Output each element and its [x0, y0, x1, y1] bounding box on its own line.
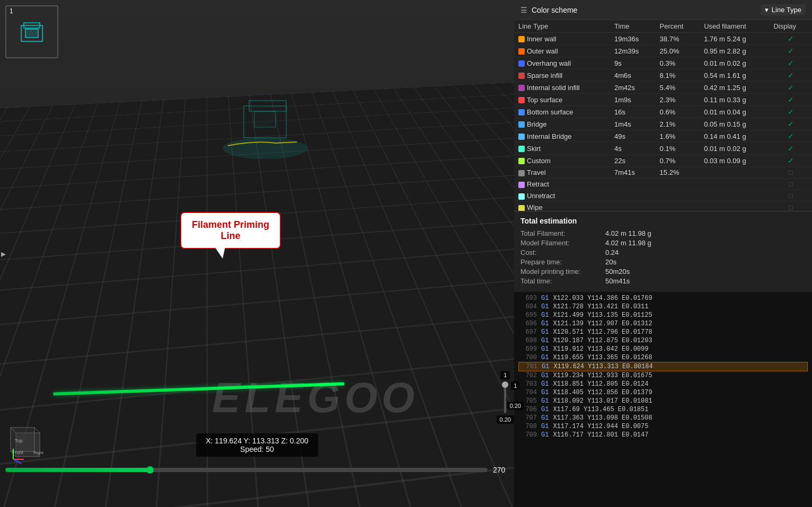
gcode-line: 697G1X120.571 Y112.796 E0.01778	[518, 328, 808, 336]
line-type-display-checkbox[interactable]: ✓	[769, 69, 812, 82]
gcode-coordinates: X121.728 Y113.421 E0.0311	[553, 303, 648, 310]
gcode-command: G1	[541, 406, 549, 413]
uncheck-icon: □	[789, 192, 793, 200]
table-row[interactable]: Internal Bridge49s1.6%0.14 m 0.41 g✓	[514, 130, 812, 143]
line-type-percent: 0.6%	[656, 106, 700, 118]
line-type-percent	[656, 190, 700, 202]
progress-bar-fill	[5, 468, 150, 472]
gcode-command: G1	[542, 363, 549, 370]
table-row[interactable]: Sparse infill4m6s8.1%0.54 m 1.61 g✓	[514, 69, 812, 82]
gcode-line-number: 698	[518, 337, 537, 344]
svg-text:Right: Right	[33, 450, 43, 455]
line-type-color-swatch	[518, 134, 525, 140]
gcode-command: G1	[541, 337, 549, 344]
3d-viewport[interactable]: ELEGOO Filament Priming Line 1	[0, 0, 514, 507]
line-type-display-checkbox[interactable]: ✓	[769, 143, 812, 155]
estimation-section: Total estimation Total Filament:4.02 m 1…	[514, 211, 812, 292]
table-row[interactable]: Skirt4s0.1%0.01 m 0.02 g✓	[514, 143, 812, 155]
progress-value: 270	[493, 466, 509, 474]
line-type-filament: 1.76 m 5.24 g	[700, 33, 769, 45]
gcode-command: G1	[541, 328, 549, 336]
gcode-panel[interactable]: 693G1X122.033 Y114.386 E0.01769694G1X121…	[514, 292, 812, 507]
check-icon: ✓	[788, 59, 794, 67]
line-type-time: 9s	[610, 57, 656, 69]
line-type-color-swatch	[518, 97, 525, 103]
line-type-table-container[interactable]: Line Type Time Percent Used filament Dis…	[514, 20, 812, 211]
gcode-line-number: 697	[518, 328, 537, 336]
table-row[interactable]: Internal solid infill2m42s5.4%0.42 m 1.2…	[514, 82, 812, 94]
gcode-coordinates: X119.624 Y113.313 E0.00184	[553, 363, 652, 370]
table-row[interactable]: Outer wall12m39s25.0%0.95 m 2.82 g✓	[514, 45, 812, 57]
line-type-display-checkbox[interactable]: □	[769, 202, 812, 211]
line-type-filament: 0.01 m 0.02 g	[700, 57, 769, 69]
line-type-color-swatch	[518, 60, 525, 67]
line-type-display-checkbox[interactable]: ✓	[769, 45, 812, 57]
line-type-name-cell: Internal Bridge	[514, 130, 610, 143]
table-row[interactable]: Retract□	[514, 179, 812, 190]
col-header-line-type: Line Type	[514, 20, 610, 33]
line-type-color-swatch	[518, 109, 525, 115]
right-layer-bottom: 0.20	[507, 402, 524, 410]
gcode-coordinates: X120.187 Y112.875 E0.01203	[553, 337, 652, 344]
line-type-display-checkbox[interactable]: ✓	[769, 82, 812, 94]
estimation-row: Prepare time:20s	[520, 258, 806, 266]
estimation-label: Cost:	[520, 248, 605, 256]
estimation-label: Prepare time:	[520, 258, 605, 266]
line-type-filament: 0.03 m 0.09 g	[700, 155, 769, 167]
progress-bar-container[interactable]: 270	[0, 465, 514, 475]
line-type-display-checkbox[interactable]: ✓	[769, 33, 812, 45]
col-header-filament: Used filament	[700, 20, 769, 33]
line-type-display-checkbox[interactable]: ✓	[769, 118, 812, 130]
layer-slider-track[interactable]	[504, 381, 506, 413]
gcode-coordinates: X119.912 Y113.042 E0.0099	[553, 345, 648, 353]
speed-display: Speed: 50	[206, 445, 308, 453]
line-type-color-swatch	[518, 193, 525, 200]
check-icon: ✓	[788, 156, 794, 165]
progress-thumb[interactable]	[146, 466, 154, 474]
line-type-time: 7m41s	[610, 167, 656, 179]
line-type-dropdown[interactable]: ▾ Line Type	[761, 4, 806, 15]
gcode-line: 695G1X121.499 Y113.135 E0.01125	[518, 311, 808, 319]
collapse-arrow-icon[interactable]: ▸	[1, 248, 6, 260]
gcode-coordinates: X120.571 Y112.796 E0.01778	[553, 328, 652, 336]
line-type-display-checkbox[interactable]: ✓	[769, 94, 812, 106]
line-type-display-checkbox[interactable]: □	[769, 179, 812, 190]
table-row[interactable]: Overhang wall9s0.3%0.01 m 0.02 g✓	[514, 57, 812, 69]
line-type-filament: 0.01 m 0.04 g	[700, 106, 769, 118]
table-row[interactable]: Bottom surface16s0.6%0.01 m 0.04 g✓	[514, 106, 812, 118]
line-type-display-checkbox[interactable]: ✓	[769, 57, 812, 69]
table-row[interactable]: Bridge1m4s2.1%0.05 m 0.15 g✓	[514, 118, 812, 130]
gcode-line-number: 695	[518, 312, 537, 319]
line-type-filament: 0.14 m 0.41 g	[700, 130, 769, 143]
model-thumbnail[interactable]: 1	[5, 5, 58, 58]
table-row[interactable]: Custom22s0.7%0.03 m 0.09 g✓	[514, 155, 812, 167]
gcode-line-number: 693	[518, 295, 537, 302]
axis-indicator: Top Front Right	[8, 422, 50, 465]
table-row[interactable]: Unretract□	[514, 190, 812, 202]
layer-top-value: 1	[500, 371, 510, 379]
gcode-coordinates: X118.851 Y112.805 E0.0124	[553, 380, 648, 388]
line-type-display-checkbox[interactable]: ✓	[769, 130, 812, 143]
svg-line-17	[13, 459, 21, 464]
gcode-coordinates: X117.69 Y113.465 E0.01851	[553, 406, 648, 413]
brand-logo: ELEGOO	[212, 373, 419, 422]
estimation-label: Model printing time:	[520, 268, 605, 275]
gcode-coordinates: X116.717 Y112.801 E0.0147	[553, 431, 648, 439]
estimation-value: 4.02 m 11.98 g	[605, 239, 651, 247]
line-type-display-checkbox[interactable]: ✓	[769, 106, 812, 118]
line-type-time: 4s	[610, 143, 656, 155]
thumbnail-model-icon	[16, 17, 48, 47]
line-type-display-checkbox[interactable]: ✓	[769, 155, 812, 167]
line-type-display-checkbox[interactable]: □	[769, 167, 812, 179]
gcode-line-number: 707	[518, 414, 537, 422]
filament-priming-tooltip: Filament Priming Line	[180, 212, 281, 249]
table-row[interactable]: Inner wall19m36s38.7%1.76 m 5.24 g✓	[514, 33, 812, 45]
table-row[interactable]: Top surface1m9s2.3%0.11 m 0.33 g✓	[514, 94, 812, 106]
gcode-line[interactable]: 701G1X119.624 Y113.313 E0.00184	[518, 362, 808, 371]
line-type-display-checkbox[interactable]: □	[769, 190, 812, 202]
table-row[interactable]: Wipe□	[514, 202, 812, 211]
check-icon: ✓	[788, 95, 794, 104]
progress-bar-background[interactable]	[5, 468, 488, 472]
table-row[interactable]: Travel7m41s15.2%□	[514, 167, 812, 179]
gcode-coordinates: X118.405 Y112.856 E0.01379	[553, 389, 652, 396]
